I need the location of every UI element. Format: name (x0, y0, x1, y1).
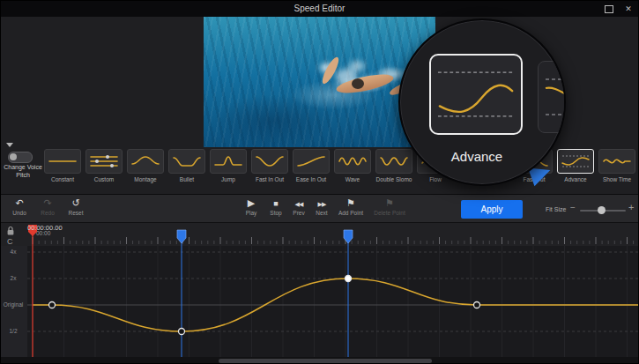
preset-label: Jump (221, 176, 235, 182)
preset-tile (168, 149, 205, 174)
zoom-slider[interactable] (580, 210, 626, 212)
swimmer-body (335, 71, 395, 96)
play-icon (239, 197, 264, 209)
voice-pitch-toggle[interactable] (8, 152, 33, 163)
wave-icon (336, 152, 369, 170)
preset-label: Ease In Out (296, 176, 326, 182)
preset-label: Advance (564, 176, 586, 182)
voice-pitch-label: Change Voice Pitch (1, 164, 45, 180)
preset-tile (557, 149, 594, 174)
stop-icon (264, 197, 288, 209)
preset-label: Double Slomo (376, 176, 412, 182)
magnifier-overlay: Advance (398, 19, 566, 186)
double-slomo-icon (377, 152, 411, 170)
prev-button[interactable]: Prev (286, 197, 311, 216)
reset-label: Reset (63, 210, 89, 216)
keyframe-point[interactable] (474, 302, 480, 308)
preset-label: Constant (51, 176, 74, 182)
timecode: 00:00:00.00 (27, 224, 63, 232)
preset-label: Custom (94, 176, 114, 182)
reset-icon (63, 197, 89, 209)
preset-tile (293, 149, 330, 174)
delete-point-button[interactable]: Delete Point (369, 197, 410, 216)
speed-scale-label: Original (1, 301, 26, 308)
jump-icon (212, 152, 245, 170)
show-time-icon (600, 152, 634, 170)
prev-label: Prev (286, 210, 311, 216)
play-button[interactable]: Play (239, 197, 264, 216)
toggle-knob-icon (10, 153, 17, 160)
preset-tile (375, 149, 412, 174)
redo-icon (34, 197, 61, 209)
advance-icon (559, 152, 592, 170)
preset-tile (334, 149, 371, 174)
window-title: Speed Editor (1, 1, 638, 17)
preset-wave[interactable]: Wave (333, 149, 372, 182)
preset-row-left: ConstantCustomMontageBulletJumpFast In O… (43, 149, 455, 182)
horizontal-scrollbar[interactable] (1, 357, 639, 364)
preset-tile (127, 149, 164, 174)
preset-tile (210, 149, 247, 174)
zoom-slider-knob[interactable] (598, 206, 606, 214)
c-tool-icon[interactable] (7, 237, 13, 246)
close-button[interactable] (622, 3, 635, 15)
keyframe-point[interactable] (346, 276, 352, 282)
advance-curve-icon (431, 56, 521, 133)
preset-label: Wave (346, 176, 360, 182)
zoom-out-icon[interactable] (570, 203, 576, 212)
delete-point-icon (369, 197, 410, 209)
undo-button[interactable]: Undo (6, 197, 33, 216)
bullet-icon (170, 152, 204, 170)
adjacent-preset-icon (539, 62, 566, 132)
speed-scale-label: 2x (1, 275, 26, 281)
preset-tile (85, 149, 123, 174)
preset-bullet[interactable]: Bullet (167, 149, 206, 182)
preset-fast-in-out[interactable]: Fast In Out (250, 149, 289, 182)
window-controls (603, 1, 635, 17)
preset-ease-in-out[interactable]: Ease In Out (292, 149, 331, 182)
preset-label: Show Time (603, 176, 631, 182)
apply-button[interactable]: Apply (461, 200, 523, 219)
preset-tile (598, 149, 635, 174)
undo-label: Undo (6, 210, 33, 216)
preset-jump[interactable]: Jump (209, 149, 248, 182)
adjacent-preset-tile (538, 61, 566, 133)
preset-label: Montage (134, 176, 156, 182)
preset-label: Flow (429, 176, 442, 182)
speed-curve-graph[interactable]: 00:001 (1, 223, 639, 357)
maximize-icon (605, 5, 613, 13)
stop-button[interactable]: Stop (264, 197, 288, 216)
speed-scale-label: 4x (1, 249, 26, 255)
preset-custom[interactable]: Custom (85, 149, 123, 182)
keyframe-point[interactable] (49, 302, 56, 308)
magnified-advance-tile (429, 54, 523, 135)
lock-icon[interactable] (6, 226, 15, 236)
preset-show-time[interactable]: Show Time (598, 149, 636, 182)
preset-label: Bullet (180, 176, 194, 182)
preset-advance[interactable]: Advance (556, 149, 595, 182)
zoom-in-icon[interactable] (628, 202, 634, 212)
speed-editor-window: Speed Editor Change Voice Pitch Constant… (0, 0, 639, 364)
preset-double-slomo[interactable]: Double Slomo (375, 149, 413, 182)
next-label: Next (309, 210, 334, 216)
fast-in-out-icon (253, 152, 286, 170)
delete-point-label: Delete Point (369, 210, 410, 216)
next-icon (309, 197, 334, 209)
redo-label: Redo (34, 210, 61, 216)
reset-button[interactable]: Reset (63, 197, 89, 216)
play-label: Play (239, 210, 264, 216)
undo-icon (6, 197, 33, 209)
preset-constant[interactable]: Constant (43, 149, 82, 182)
prev-icon (286, 197, 311, 209)
keyframe-point[interactable] (179, 329, 185, 335)
collapse-caret-icon[interactable] (6, 143, 13, 147)
scrollbar-thumb[interactable] (219, 359, 432, 363)
preset-tile (44, 149, 81, 174)
preset-montage[interactable]: Montage (126, 149, 165, 182)
redo-button[interactable]: Redo (34, 197, 61, 216)
swimmer-head (352, 78, 364, 89)
next-button[interactable]: Next (309, 197, 334, 216)
add-point-label: Add Point (334, 210, 368, 216)
add-point-button[interactable]: Add Point (334, 197, 368, 216)
maximize-button[interactable] (603, 3, 615, 15)
